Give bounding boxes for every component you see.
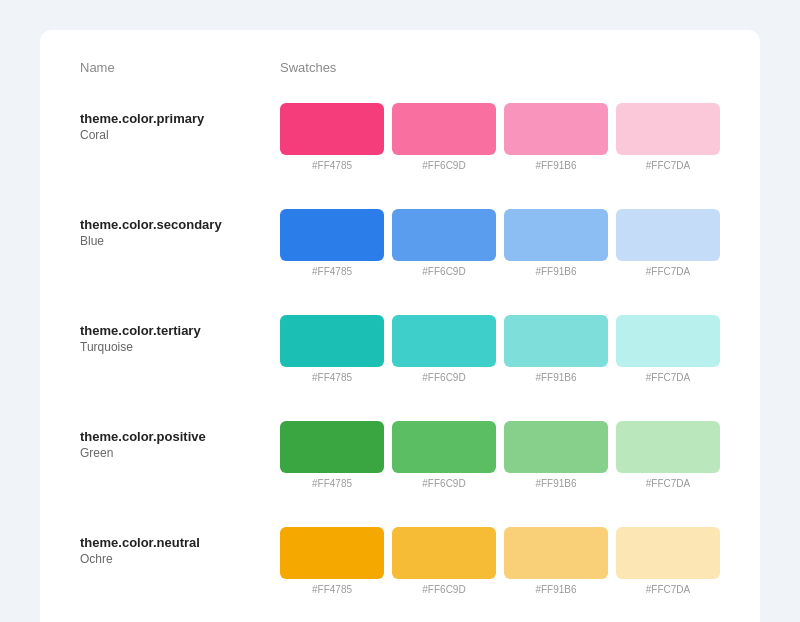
color-rows: theme.color.primaryCoral#FF4785#FF6C9D#F… bbox=[80, 103, 720, 622]
theme-name-secondary: theme.color.secondary bbox=[80, 217, 280, 232]
swatch-code-tertiary-1: #FF6C9D bbox=[422, 372, 465, 383]
swatch-item-secondary-3: #FFC7DA bbox=[616, 209, 720, 277]
color-row-neutral: theme.color.neutralOchre#FF4785#FF6C9D#F… bbox=[80, 527, 720, 611]
swatch-box-neutral-1 bbox=[392, 527, 496, 579]
swatch-item-secondary-1: #FF6C9D bbox=[392, 209, 496, 277]
swatch-code-tertiary-2: #FF91B6 bbox=[535, 372, 576, 383]
swatch-item-neutral-3: #FFC7DA bbox=[616, 527, 720, 595]
swatch-code-primary-1: #FF6C9D bbox=[422, 160, 465, 171]
swatch-box-positive-1 bbox=[392, 421, 496, 473]
theme-name-tertiary: theme.color.tertiary bbox=[80, 323, 280, 338]
swatch-code-primary-0: #FF4785 bbox=[312, 160, 352, 171]
swatches-grid-primary: #FF4785#FF6C9D#FF91B6#FFC7DA bbox=[280, 103, 720, 171]
swatch-box-primary-3 bbox=[616, 103, 720, 155]
color-label-primary: Coral bbox=[80, 128, 280, 142]
swatch-box-primary-2 bbox=[504, 103, 608, 155]
color-row-positive: theme.color.positiveGreen#FF4785#FF6C9D#… bbox=[80, 421, 720, 505]
swatch-item-positive-1: #FF6C9D bbox=[392, 421, 496, 489]
swatch-item-positive-0: #FF4785 bbox=[280, 421, 384, 489]
swatch-item-primary-1: #FF6C9D bbox=[392, 103, 496, 171]
swatches-col-neutral: #FF4785#FF6C9D#FF91B6#FFC7DA bbox=[280, 527, 720, 601]
swatch-code-tertiary-0: #FF4785 bbox=[312, 372, 352, 383]
theme-name-positive: theme.color.positive bbox=[80, 429, 280, 444]
swatch-item-neutral-0: #FF4785 bbox=[280, 527, 384, 595]
swatch-item-neutral-2: #FF91B6 bbox=[504, 527, 608, 595]
swatch-code-secondary-0: #FF4785 bbox=[312, 266, 352, 277]
swatches-col-secondary: #FF4785#FF6C9D#FF91B6#FFC7DA bbox=[280, 209, 720, 283]
swatch-code-neutral-0: #FF4785 bbox=[312, 584, 352, 595]
swatch-box-primary-0 bbox=[280, 103, 384, 155]
swatch-box-positive-3 bbox=[616, 421, 720, 473]
name-col-secondary: theme.color.secondaryBlue bbox=[80, 209, 280, 248]
main-container: Name Swatches theme.color.primaryCoral#F… bbox=[40, 30, 760, 622]
swatch-item-primary-3: #FFC7DA bbox=[616, 103, 720, 171]
swatch-box-secondary-2 bbox=[504, 209, 608, 261]
swatch-box-secondary-0 bbox=[280, 209, 384, 261]
swatch-code-neutral-1: #FF6C9D bbox=[422, 584, 465, 595]
swatch-item-primary-2: #FF91B6 bbox=[504, 103, 608, 171]
swatch-code-secondary-2: #FF91B6 bbox=[535, 266, 576, 277]
color-label-secondary: Blue bbox=[80, 234, 280, 248]
color-row-primary: theme.color.primaryCoral#FF4785#FF6C9D#F… bbox=[80, 103, 720, 187]
swatch-item-secondary-2: #FF91B6 bbox=[504, 209, 608, 277]
swatch-box-tertiary-0 bbox=[280, 315, 384, 367]
swatch-box-tertiary-3 bbox=[616, 315, 720, 367]
swatches-grid-neutral: #FF4785#FF6C9D#FF91B6#FFC7DA bbox=[280, 527, 720, 595]
header-swatches: Swatches bbox=[280, 60, 336, 75]
swatches-col-positive: #FF4785#FF6C9D#FF91B6#FFC7DA bbox=[280, 421, 720, 495]
theme-name-primary: theme.color.primary bbox=[80, 111, 280, 126]
swatch-item-tertiary-1: #FF6C9D bbox=[392, 315, 496, 383]
swatch-box-primary-1 bbox=[392, 103, 496, 155]
color-row-tertiary: theme.color.tertiaryTurquoise#FF4785#FF6… bbox=[80, 315, 720, 399]
swatches-col-primary: #FF4785#FF6C9D#FF91B6#FFC7DA bbox=[280, 103, 720, 177]
swatch-box-positive-0 bbox=[280, 421, 384, 473]
swatch-item-neutral-1: #FF6C9D bbox=[392, 527, 496, 595]
table-header: Name Swatches bbox=[80, 60, 720, 83]
swatch-box-tertiary-1 bbox=[392, 315, 496, 367]
color-label-neutral: Ochre bbox=[80, 552, 280, 566]
swatch-item-primary-0: #FF4785 bbox=[280, 103, 384, 171]
name-col-positive: theme.color.positiveGreen bbox=[80, 421, 280, 460]
swatch-item-tertiary-3: #FFC7DA bbox=[616, 315, 720, 383]
swatch-code-positive-3: #FFC7DA bbox=[646, 478, 690, 489]
name-col-tertiary: theme.color.tertiaryTurquoise bbox=[80, 315, 280, 354]
swatch-item-positive-2: #FF91B6 bbox=[504, 421, 608, 489]
color-row-secondary: theme.color.secondaryBlue#FF4785#FF6C9D#… bbox=[80, 209, 720, 293]
swatch-box-secondary-1 bbox=[392, 209, 496, 261]
swatches-grid-tertiary: #FF4785#FF6C9D#FF91B6#FFC7DA bbox=[280, 315, 720, 383]
swatch-code-primary-2: #FF91B6 bbox=[535, 160, 576, 171]
swatch-box-secondary-3 bbox=[616, 209, 720, 261]
color-label-tertiary: Turquoise bbox=[80, 340, 280, 354]
swatch-code-primary-3: #FFC7DA bbox=[646, 160, 690, 171]
swatch-box-neutral-2 bbox=[504, 527, 608, 579]
swatch-code-tertiary-3: #FFC7DA bbox=[646, 372, 690, 383]
swatch-code-secondary-3: #FFC7DA bbox=[646, 266, 690, 277]
swatch-code-neutral-2: #FF91B6 bbox=[535, 584, 576, 595]
swatch-box-neutral-0 bbox=[280, 527, 384, 579]
swatches-grid-secondary: #FF4785#FF6C9D#FF91B6#FFC7DA bbox=[280, 209, 720, 277]
swatches-col-tertiary: #FF4785#FF6C9D#FF91B6#FFC7DA bbox=[280, 315, 720, 389]
theme-name-neutral: theme.color.neutral bbox=[80, 535, 280, 550]
swatch-code-positive-2: #FF91B6 bbox=[535, 478, 576, 489]
swatch-box-neutral-3 bbox=[616, 527, 720, 579]
swatch-box-tertiary-2 bbox=[504, 315, 608, 367]
swatch-code-neutral-3: #FFC7DA bbox=[646, 584, 690, 595]
name-col-neutral: theme.color.neutralOchre bbox=[80, 527, 280, 566]
swatch-item-secondary-0: #FF4785 bbox=[280, 209, 384, 277]
color-label-positive: Green bbox=[80, 446, 280, 460]
swatch-box-positive-2 bbox=[504, 421, 608, 473]
swatch-code-positive-1: #FF6C9D bbox=[422, 478, 465, 489]
swatch-item-tertiary-2: #FF91B6 bbox=[504, 315, 608, 383]
swatches-grid-positive: #FF4785#FF6C9D#FF91B6#FFC7DA bbox=[280, 421, 720, 489]
swatch-item-positive-3: #FFC7DA bbox=[616, 421, 720, 489]
swatch-code-positive-0: #FF4785 bbox=[312, 478, 352, 489]
header-name: Name bbox=[80, 60, 280, 75]
name-col-primary: theme.color.primaryCoral bbox=[80, 103, 280, 142]
swatch-item-tertiary-0: #FF4785 bbox=[280, 315, 384, 383]
swatch-code-secondary-1: #FF6C9D bbox=[422, 266, 465, 277]
